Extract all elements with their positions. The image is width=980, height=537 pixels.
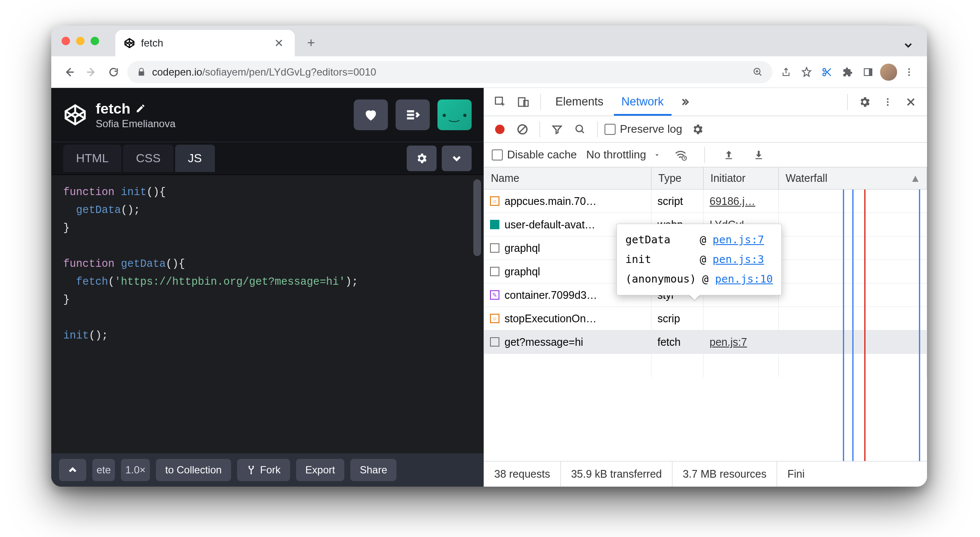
editor-expand-button[interactable] [442,146,472,171]
omnibox[interactable]: codepen.io/sofiayem/pen/LYdGvLg?editors=… [127,61,772,83]
tab-js[interactable]: JS [175,145,215,172]
profile-avatar[interactable] [879,63,898,82]
record-button[interactable] [490,125,510,134]
reload-button[interactable] [104,63,123,82]
network-conditions-icon[interactable] [670,145,691,165]
tab-elements[interactable]: Elements [548,88,611,116]
svg-rect-21 [755,158,762,159]
zoom-icon[interactable] [753,67,763,77]
codepen-header: fetch Sofia Emelianova • ‿ • [51,88,484,142]
doc-file-icon [490,337,499,347]
col-header-type[interactable]: Type [651,167,704,189]
user-avatar[interactable]: • ‿ • [437,99,472,130]
svg-rect-20 [725,158,732,159]
footer-fragment-delete[interactable]: ete [92,459,115,481]
scissors-icon[interactable] [818,63,836,82]
status-resources: 3.7 MB resources [672,461,777,487]
window-controls [62,37,99,45]
request-name: get?message=hi [505,336,583,348]
request-waterfall [779,213,927,236]
throttling-select[interactable]: No throttling [586,148,660,161]
network-row[interactable]: ○appcues.main.70…script69186.j… [484,190,927,213]
code-editor[interactable]: function init(){ getData();} function ge… [51,175,484,453]
footer-zoom[interactable]: 1.0× [121,459,150,481]
request-initiator[interactable]: pen.js:7 [704,330,779,353]
format-code-button[interactable] [396,99,430,130]
network-row[interactable]: get?message=hifetchpen.js:7 [484,330,927,354]
stack-frame-link[interactable]: pen.js:3 [713,253,764,266]
tab-css[interactable]: CSS [123,145,173,172]
edit-title-icon[interactable] [135,103,146,114]
svg-point-9 [252,466,254,467]
devtools-settings-icon[interactable] [854,92,875,112]
request-type: fetch [651,330,704,353]
request-initiator[interactable]: 69186.j… [704,190,779,213]
network-settings-icon[interactable] [687,119,708,140]
network-table-body: ○appcues.main.70…script69186.j…user-defa… [484,190,927,461]
add-to-collection-button[interactable]: to Collection [156,459,231,481]
codepen-favicon-icon [124,38,135,49]
device-toggle-icon[interactable] [513,92,534,112]
request-name: appcues.main.70… [505,195,596,207]
window-zoom-button[interactable] [91,37,99,45]
request-waterfall [779,283,927,306]
share-button[interactable]: Share [350,459,396,481]
col-header-initiator[interactable]: Initiator [704,167,779,189]
pen-author[interactable]: Sofia Emelianova [96,118,345,130]
doc-file-icon [490,243,499,253]
console-toggle-button[interactable] [59,459,86,481]
clear-button[interactable] [512,119,533,140]
window-minimize-button[interactable] [76,37,85,45]
request-waterfall [779,307,927,330]
img-file-icon [490,220,499,229]
codepen-logo-icon[interactable] [63,103,87,127]
devtools-main-toolbar: Elements Network [484,88,927,116]
window-close-button[interactable] [62,37,70,45]
browser-tab[interactable]: fetch ✕ [115,30,295,56]
stack-frame-link[interactable]: pen.js:10 [715,273,773,285]
request-initiator[interactable] [704,307,779,330]
pen-title: fetch [96,100,130,117]
filter-icon[interactable] [547,119,567,140]
editor-scrollbar[interactable] [473,179,481,256]
inspect-element-icon[interactable] [490,92,511,112]
tab-network[interactable]: Network [614,88,672,116]
bookmark-icon[interactable] [797,63,816,82]
heart-button[interactable] [354,99,388,130]
svg-point-7 [908,74,910,76]
fork-button[interactable]: Fork [237,459,290,481]
stack-frame-link[interactable]: pen.js:7 [713,233,764,246]
back-button[interactable] [60,63,79,82]
svg-point-10 [250,473,252,474]
js-file-icon: ○ [490,314,499,323]
stack-frame-function: (anonymous) [625,269,696,289]
col-header-name[interactable]: Name [484,167,651,189]
new-tab-button[interactable]: + [301,32,321,53]
col-header-waterfall[interactable]: Waterfall▲ [779,167,927,189]
tabs-dropdown-icon[interactable] [902,39,914,51]
forward-button[interactable] [82,63,101,82]
devtools-close-icon[interactable] [901,92,921,112]
network-row[interactable]: ○stopExecutionOn…scrip [484,307,927,330]
tab-html[interactable]: HTML [63,145,121,172]
lock-icon [137,67,146,77]
extensions-icon[interactable] [838,63,857,82]
tab-title: fetch [141,37,266,49]
network-status-bar: 38 requests 35.9 kB transferred 3.7 MB r… [484,461,927,487]
disable-cache-checkbox[interactable]: Disable cache [492,148,577,161]
share-icon[interactable] [777,63,795,82]
search-icon[interactable] [570,119,590,140]
export-button[interactable]: Export [296,459,344,481]
upload-har-icon[interactable] [719,145,739,165]
codepen-footer: ete 1.0× to Collection Fork Export Share [51,453,484,487]
status-requests: 38 requests [484,461,561,487]
chrome-menu-icon[interactable] [900,63,918,82]
preserve-log-checkbox[interactable]: Preserve log [604,123,682,136]
download-har-icon[interactable] [748,145,769,165]
more-tabs-icon[interactable] [674,92,695,112]
sidepanel-icon[interactable] [859,63,877,82]
tab-close-icon[interactable]: ✕ [272,37,286,50]
editor-settings-button[interactable] [407,146,437,171]
devtools-menu-icon[interactable] [877,92,898,112]
css-file-icon: ✎ [490,290,499,300]
